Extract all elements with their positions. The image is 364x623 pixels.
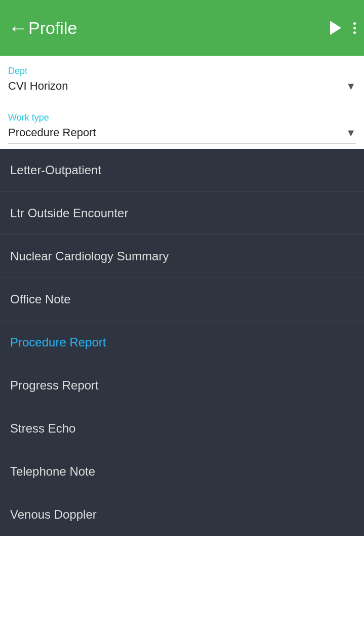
work-type-dropdown-list: Letter-OutpatientLtr Outside EncounterNu…	[0, 149, 364, 536]
send-button[interactable]	[330, 21, 341, 35]
work-type-value: Procedure Report	[8, 126, 96, 139]
work-type-section: Work type Procedure Report ▼	[0, 102, 364, 149]
dropdown-item-stress-echo[interactable]: Stress Echo	[0, 407, 364, 450]
dropdown-item-label-telephone-note: Telephone Note	[10, 464, 95, 478]
dropdown-item-label-progress-report: Progress Report	[10, 378, 99, 392]
dropdown-item-letter-outpatient[interactable]: Letter-Outpatient	[0, 149, 364, 192]
app-header: ← Profile	[0, 0, 364, 56]
page-title: Profile	[28, 18, 330, 38]
more-button[interactable]	[353, 22, 356, 34]
work-type-dropdown-arrow: ▼	[346, 127, 356, 139]
dept-section: Dept CVI Horizon ▼	[0, 56, 364, 102]
dept-dropdown[interactable]: CVI Horizon ▼	[8, 80, 356, 97]
more-icon-dot3	[353, 31, 356, 34]
dropdown-item-procedure-report[interactable]: Procedure Report	[0, 321, 364, 364]
dropdown-item-label-nuclear-cardiology-summary: Nuclear Cardiology Summary	[10, 249, 169, 263]
back-button[interactable]: ←	[8, 18, 28, 38]
dropdown-item-label-letter-outpatient: Letter-Outpatient	[10, 163, 101, 177]
dropdown-item-venous-doppler[interactable]: Venous Doppler	[0, 493, 364, 536]
dropdown-item-label-venous-doppler: Venous Doppler	[10, 508, 97, 521]
send-icon	[330, 21, 341, 35]
dept-value: CVI Horizon	[8, 80, 68, 93]
dept-label: Dept	[8, 66, 356, 76]
dropdown-item-office-note[interactable]: Office Note	[0, 278, 364, 321]
more-icon-dot2	[353, 27, 356, 29]
dropdown-item-label-stress-echo: Stress Echo	[10, 421, 75, 435]
dropdown-item-label-office-note: Office Note	[10, 292, 71, 306]
dropdown-item-ltr-outside-encounter[interactable]: Ltr Outside Encounter	[0, 192, 364, 235]
more-icon-dot1	[353, 22, 356, 25]
dropdown-item-progress-report[interactable]: Progress Report	[0, 364, 364, 407]
header-actions	[330, 21, 356, 35]
work-type-dropdown[interactable]: Procedure Report ▼	[8, 126, 356, 144]
dropdown-item-nuclear-cardiology-summary[interactable]: Nuclear Cardiology Summary	[0, 235, 364, 278]
dropdown-item-label-ltr-outside-encounter: Ltr Outside Encounter	[10, 206, 128, 220]
dropdown-item-label-procedure-report: Procedure Report	[10, 335, 106, 349]
work-type-label: Work type	[8, 112, 356, 123]
dropdown-item-telephone-note[interactable]: Telephone Note	[0, 450, 364, 493]
dept-dropdown-arrow: ▼	[346, 81, 356, 92]
